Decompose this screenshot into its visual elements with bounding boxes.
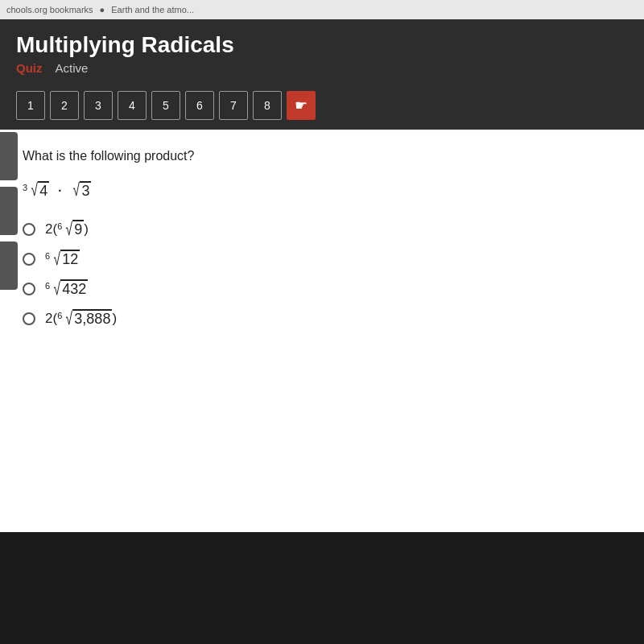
nav-btn-2[interactable]: 2	[50, 91, 79, 120]
nav-btn-9[interactable]: ☛	[287, 91, 316, 120]
content-area: What is the following product? 3 √ 4 · √…	[0, 130, 644, 532]
page-title: Multiplying Radicals	[16, 32, 628, 58]
sqrt-3: √ 3	[70, 181, 91, 200]
sixth-root-index-d: 6	[57, 311, 62, 320]
sixth-root-12: 6 √ 12	[45, 250, 80, 268]
sidebar-left	[0, 132, 18, 290]
radical-symbol-1: √	[31, 181, 38, 199]
nav-btn-6[interactable]: 6	[185, 91, 214, 120]
sixth-root-body-a: √ 9	[63, 220, 84, 238]
radicand-3: 3	[80, 181, 91, 200]
sixth-root-body-b: √ 12	[51, 250, 80, 268]
nav-btn-3[interactable]: 3	[84, 91, 113, 120]
cube-root-4: 3 √ 4	[23, 181, 49, 200]
sixth-root-3888: 6 √ 3,888	[57, 309, 112, 328]
option-b-content: 6 √ 12	[45, 250, 80, 268]
cube-root-body: √ 4	[28, 181, 49, 200]
sixth-root-432: 6 √ 432	[45, 279, 88, 298]
quiz-label: Quiz	[16, 61, 43, 75]
quiz-status-row: Quiz Active	[16, 61, 628, 85]
browser-bar: chools.org bookmarks ● Earth and the atm…	[0, 0, 644, 19]
nav-btn-8[interactable]: 8	[253, 91, 282, 120]
close-paren-d: )	[112, 311, 117, 327]
radical-symbol-c: √	[54, 280, 60, 298]
expression: 3 √ 4 · √ 3	[23, 180, 621, 200]
sidebar-btn-1[interactable]	[0, 132, 18, 180]
browser-tab-separator: ●	[100, 5, 105, 14]
radicand-9: 9	[72, 220, 84, 238]
option-d-content: 2( 6 √ 3,888 )	[45, 309, 117, 328]
radicand-4: 4	[38, 181, 49, 200]
radicand-432: 432	[60, 279, 88, 298]
radicand-3888: 3,888	[72, 309, 112, 328]
radio-c[interactable]	[23, 283, 35, 295]
nav-btn-5[interactable]: 5	[151, 91, 180, 120]
radio-a[interactable]	[23, 223, 35, 236]
option-d[interactable]: 2( 6 √ 3,888 )	[23, 309, 621, 328]
radical-symbol-d: √	[66, 310, 72, 328]
sixth-root-body-d: √ 3,888	[63, 309, 112, 328]
option-c-content: 6 √ 432	[45, 279, 88, 298]
browser-tab-1: chools.org bookmarks	[6, 5, 93, 14]
nav-btn-4[interactable]: 4	[118, 91, 147, 120]
active-label: Active	[56, 61, 89, 75]
option-b[interactable]: 6 √ 12	[23, 250, 621, 268]
nav-btn-7[interactable]: 7	[219, 91, 248, 120]
sidebar-btn-3[interactable]	[0, 242, 18, 290]
sixth-root-index-c: 6	[45, 281, 50, 291]
sidebar-btn-2[interactable]	[0, 187, 18, 235]
options-list: 2( 6 √ 9 ) 6	[23, 220, 621, 328]
radical-symbol-a: √	[66, 221, 72, 238]
radio-d[interactable]	[23, 312, 35, 325]
close-paren-a: )	[84, 221, 89, 237]
radicand-12: 12	[60, 250, 80, 268]
question-nav: 1 2 3 4 5 6 7 8 ☛	[0, 85, 644, 130]
option-a-content: 2( 6 √ 9 )	[45, 220, 89, 238]
nav-btn-1[interactable]: 1	[16, 91, 45, 120]
radio-b[interactable]	[23, 253, 35, 266]
radical-symbol-b: √	[54, 250, 60, 268]
option-c[interactable]: 6 √ 432	[23, 279, 621, 298]
sixth-root-body-c: √ 432	[51, 279, 88, 298]
header: Multiplying Radicals Quiz Active	[0, 19, 644, 85]
sixth-root-index-a: 6	[57, 221, 62, 231]
sqrt-body: √ 3	[70, 181, 91, 200]
sixth-root-9: 6 √ 9	[57, 220, 84, 238]
question-text: What is the following product?	[23, 149, 621, 163]
dot-operator: ·	[57, 180, 62, 200]
browser-tab-2: Earth and the atmo...	[111, 5, 194, 14]
option-a[interactable]: 2( 6 √ 9 )	[23, 220, 621, 238]
radical-symbol-2: √	[73, 181, 80, 199]
sixth-root-index-b: 6	[45, 251, 50, 261]
cube-root-index: 3	[23, 183, 27, 192]
